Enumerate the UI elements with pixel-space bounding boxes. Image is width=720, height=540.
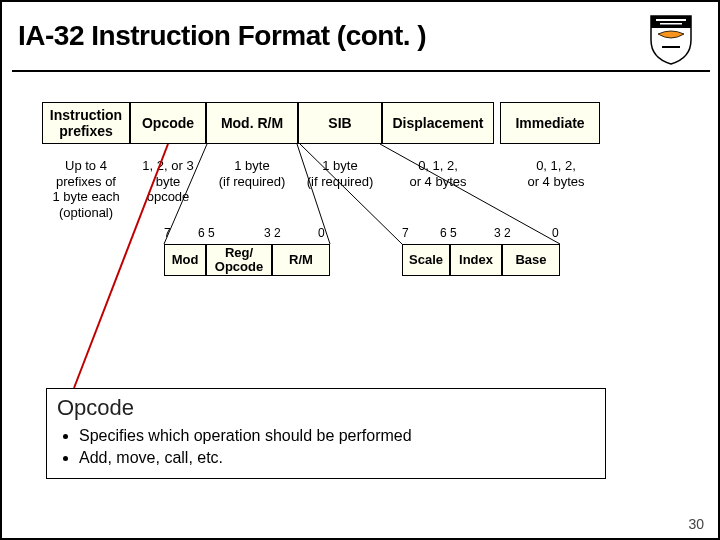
size-sib: 1 byte (if required) [298, 158, 382, 220]
bit-32-sib: 3 2 [494, 226, 511, 240]
size-modrm: 1 byte (if required) [206, 158, 298, 220]
bit-0-modrm: 0 [318, 226, 325, 240]
page-title: IA-32 Instruction Format (cont. ) [18, 20, 426, 52]
slide: IA-32 Instruction Format (cont. ) Instru… [0, 0, 720, 540]
subfield-index: Index [450, 244, 502, 276]
opcode-bullet-2: Add, move, call, etc. [79, 447, 595, 469]
field-sib: SIB [298, 102, 382, 144]
size-opcode: 1, 2, or 3 byte opcode [130, 158, 206, 220]
opcode-heading: Opcode [57, 395, 595, 421]
subfield-base: Base [502, 244, 560, 276]
opcode-description-box: Opcode Specifies which operation should … [46, 388, 606, 479]
size-displacement: 0, 1, 2, or 4 bytes [382, 158, 494, 220]
bit-0-sib: 0 [552, 226, 559, 240]
svg-rect-2 [662, 46, 680, 48]
title-rule [12, 70, 710, 72]
svg-rect-0 [656, 19, 686, 21]
svg-rect-1 [660, 23, 682, 25]
bit-32-modrm: 3 2 [264, 226, 281, 240]
field-displacement: Displacement [382, 102, 494, 144]
field-immediate: Immediate [500, 102, 600, 144]
princeton-crest-icon [646, 14, 696, 66]
bit-65-modrm: 6 5 [198, 226, 215, 240]
subfield-mod: Mod [164, 244, 206, 276]
bit-7-sib: 7 [402, 226, 409, 240]
opcode-bullets: Specifies which operation should be perf… [63, 425, 595, 468]
bit-65-sib: 6 5 [440, 226, 457, 240]
sib-subfields: Scale Index Base [402, 244, 560, 276]
size-immediate: 0, 1, 2, or 4 bytes [506, 158, 606, 220]
field-prefixes: Instruction prefixes [42, 102, 130, 144]
size-prefixes: Up to 4 prefixes of 1 byte each (optiona… [42, 158, 130, 220]
subfield-scale: Scale [402, 244, 450, 276]
format-row: Instruction prefixes Opcode Mod. R/M SIB… [42, 102, 600, 144]
sizes-row: Up to 4 prefixes of 1 byte each (optiona… [42, 158, 606, 220]
field-opcode: Opcode [130, 102, 206, 144]
page-number: 30 [688, 516, 704, 532]
opcode-bullet-1: Specifies which operation should be perf… [79, 425, 595, 447]
bit-7-modrm: 7 [164, 226, 171, 240]
field-modrm: Mod. R/M [206, 102, 298, 144]
modrm-subfields: Mod Reg/ Opcode R/M [164, 244, 330, 276]
subfield-reg-opcode: Reg/ Opcode [206, 244, 272, 276]
subfield-rm: R/M [272, 244, 330, 276]
